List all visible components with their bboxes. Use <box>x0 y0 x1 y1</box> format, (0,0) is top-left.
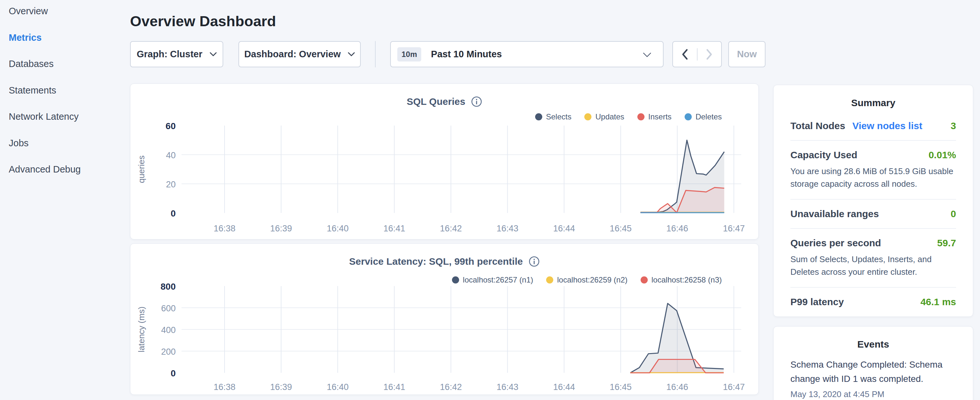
svg-text:200: 200 <box>161 347 176 357</box>
chevron-down-icon <box>210 52 217 57</box>
summary-metric: Capacity Used0.01%You are using 28.6 MiB… <box>791 141 956 200</box>
graph-scope-dropdown[interactable]: Graph: Cluster <box>130 41 223 67</box>
events-panel: Events Schema Change Completed: Schema c… <box>773 326 973 400</box>
svg-text:16:46: 16:46 <box>667 224 689 233</box>
summary-metric: Total NodesView nodes list3 <box>791 112 956 141</box>
svg-text:latency (ms): latency (ms) <box>137 306 146 352</box>
svg-text:40: 40 <box>166 150 176 160</box>
sidebar-nav: OverviewMetricsDatabasesStatementsNetwor… <box>9 6 125 191</box>
metric-value: 0 <box>951 209 956 220</box>
summary-body: Total NodesView nodes list3Capacity Used… <box>773 108 973 316</box>
events-heading: Events <box>773 327 973 350</box>
svg-text:16:38: 16:38 <box>213 382 235 392</box>
metric-label: Unavailable ranges <box>791 209 879 220</box>
summary-metric: Queries per second59.7Sum of Selects, Up… <box>791 229 956 288</box>
svg-text:16:47: 16:47 <box>723 224 745 233</box>
events-body: Schema Change Completed: Schema change w… <box>773 350 973 399</box>
svg-text:16:47: 16:47 <box>723 382 745 392</box>
page-title: Overview Dashboard <box>130 13 276 30</box>
sql-queries-chart-card: SQL Queries SelectsUpdatesInsertsDeletes… <box>130 83 759 239</box>
sidebar-item-metrics[interactable]: Metrics <box>9 32 125 59</box>
summary-metric: P99 latency46.1 ms <box>791 288 956 316</box>
svg-text:16:41: 16:41 <box>383 382 406 392</box>
metric-value: 59.7 <box>937 237 956 249</box>
view-nodes-list-link[interactable]: View nodes list <box>852 120 922 131</box>
metric-description: You are using 28.6 MiB of 515.9 GiB usab… <box>791 165 956 190</box>
svg-text:queries: queries <box>137 155 146 183</box>
svg-text:16:46: 16:46 <box>667 382 689 392</box>
svg-text:16:43: 16:43 <box>496 224 519 233</box>
metric-label: Queries per second <box>791 237 881 249</box>
time-step-forward-button[interactable] <box>697 48 721 61</box>
graph-scope-dropdown-label: Graph: Cluster <box>137 49 202 59</box>
metric-label: Capacity Used <box>791 150 858 161</box>
chevron-right-icon <box>706 49 713 60</box>
sql-queries-chart[interactable]: 020406016:3816:3916:4016:4116:4216:4316:… <box>130 84 759 240</box>
svg-text:16:39: 16:39 <box>270 224 292 233</box>
sidebar-item-databases[interactable]: Databases <box>9 59 125 85</box>
metric-description: Sum of Selects, Updates, Inserts, and De… <box>791 253 956 278</box>
svg-text:16:43: 16:43 <box>496 382 519 392</box>
svg-text:0: 0 <box>170 209 176 218</box>
svg-text:60: 60 <box>165 121 176 131</box>
svg-text:16:44: 16:44 <box>553 382 575 392</box>
dashboard-dropdown-label: Dashboard: Overview <box>244 49 341 59</box>
metric-value: 3 <box>951 120 956 131</box>
dashboard-dropdown[interactable]: Dashboard: Overview <box>239 41 361 67</box>
chevron-left-icon <box>681 49 689 60</box>
now-button[interactable]: Now <box>728 41 765 67</box>
chevron-down-icon <box>348 52 355 57</box>
svg-text:16:42: 16:42 <box>440 382 462 392</box>
chevron-down-icon <box>643 53 651 57</box>
service-latency-chart-card: Service Latency: SQL, 99th percentile lo… <box>130 243 759 395</box>
svg-text:20: 20 <box>166 180 176 189</box>
svg-text:16:38: 16:38 <box>213 224 235 233</box>
metric-value: 46.1 ms <box>921 296 956 308</box>
svg-text:16:45: 16:45 <box>610 224 632 233</box>
svg-text:16:45: 16:45 <box>610 382 632 392</box>
time-range-badge: 10m <box>397 47 421 62</box>
time-range-selector[interactable]: 10m Past 10 Minutes <box>390 41 663 67</box>
service-latency-sql-99th-percentile-chart[interactable]: 020040060080016:3816:3916:4016:4116:4216… <box>130 244 759 395</box>
svg-text:400: 400 <box>161 325 176 335</box>
dashboard-controls: Graph: Cluster Dashboard: Overview 10m P… <box>130 41 765 67</box>
metric-value: 0.01% <box>929 150 956 161</box>
sidebar-item-overview[interactable]: Overview <box>9 6 125 32</box>
event-message[interactable]: Schema Change Completed: Schema change w… <box>791 358 956 386</box>
svg-text:16:41: 16:41 <box>383 224 406 233</box>
time-step-back-button[interactable] <box>673 48 697 61</box>
event-timestamp: May 13, 2020 at 4:45 PM <box>791 389 956 399</box>
summary-heading: Summary <box>773 85 973 108</box>
sidebar-item-advanced-debug[interactable]: Advanced Debug <box>9 164 125 191</box>
svg-text:16:40: 16:40 <box>327 224 349 233</box>
summary-metric: Unavailable ranges0 <box>791 200 956 229</box>
db-console-page: OverviewMetricsDatabasesStatementsNetwor… <box>0 0 980 400</box>
metric-label: P99 latency <box>791 296 844 308</box>
controls-divider <box>375 41 375 67</box>
sidebar-item-jobs[interactable]: Jobs <box>9 138 125 164</box>
svg-text:16:39: 16:39 <box>270 382 292 392</box>
time-range-label: Past 10 Minutes <box>431 49 502 59</box>
sidebar-item-statements[interactable]: Statements <box>9 85 125 112</box>
svg-text:0: 0 <box>170 368 176 378</box>
sidebar-item-network-latency[interactable]: Network Latency <box>9 112 125 138</box>
svg-text:16:40: 16:40 <box>327 382 349 392</box>
svg-text:16:44: 16:44 <box>553 224 575 233</box>
sidebar-list: OverviewMetricsDatabasesStatementsNetwor… <box>9 6 125 191</box>
summary-panel: Summary Total NodesView nodes list3Capac… <box>773 85 973 317</box>
svg-text:16:42: 16:42 <box>440 224 462 233</box>
time-step-buttons <box>672 41 722 67</box>
svg-text:800: 800 <box>161 282 176 292</box>
svg-text:600: 600 <box>161 304 176 313</box>
metric-label: Total Nodes <box>791 120 845 131</box>
